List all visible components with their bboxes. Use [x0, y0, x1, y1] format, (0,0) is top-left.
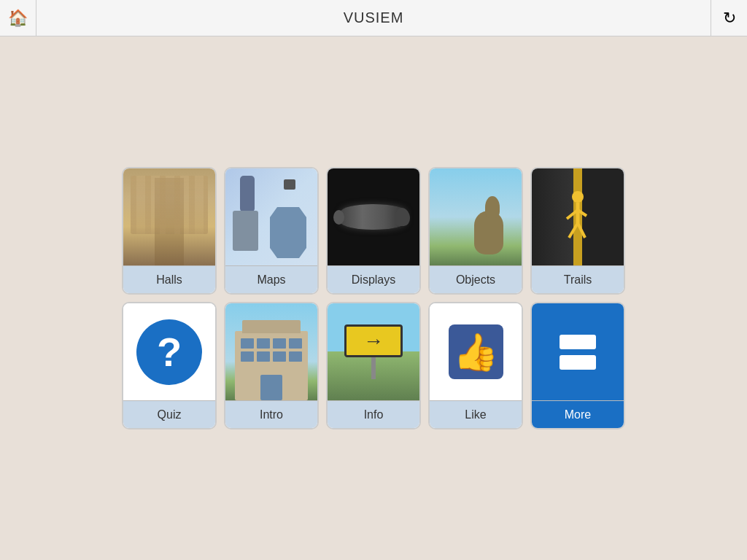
trails-card[interactable]: Trails: [530, 167, 625, 295]
home-icon: 🏠: [8, 9, 28, 28]
more-rect-2: [560, 355, 596, 370]
maps-card[interactable]: Maps: [224, 167, 319, 295]
more-card[interactable]: More: [530, 302, 625, 429]
info-label: Info: [328, 400, 419, 428]
grid-row-1: Halls Maps Displays: [122, 167, 625, 295]
building-icon: [235, 331, 308, 400]
more-rect-1: [560, 335, 596, 349]
halls-card[interactable]: Halls: [122, 167, 217, 295]
grid-row-2: ? Quiz: [122, 302, 625, 429]
home-button[interactable]: 🏠: [0, 0, 36, 36]
info-image: →: [328, 303, 419, 400]
dinosaur-icon: [467, 196, 511, 254]
more-image: [532, 303, 624, 400]
halls-label: Halls: [123, 265, 215, 293]
objects-image: [430, 168, 522, 265]
svg-point-0: [572, 191, 584, 203]
more-label: More: [532, 400, 624, 428]
displays-card[interactable]: Displays: [326, 167, 421, 295]
objects-label: Objects: [430, 265, 522, 293]
building-window: [241, 351, 254, 362]
quiz-card[interactable]: ? Quiz: [122, 302, 217, 429]
intro-label: Intro: [225, 400, 317, 428]
thumbs-up-icon: 👍: [449, 324, 503, 379]
building-window: [257, 338, 270, 349]
maps-sign-icon: [284, 179, 295, 190]
svg-line-4: [569, 223, 578, 238]
building-window: [289, 351, 302, 362]
building-window: [289, 338, 302, 349]
building-window: [273, 338, 286, 349]
main-content: Halls Maps Displays: [0, 36, 747, 560]
like-image: 👍: [430, 303, 522, 400]
trails-image: [532, 168, 624, 265]
info-card[interactable]: → Info: [326, 302, 421, 429]
thumbs-up-symbol: 👍: [453, 334, 498, 370]
refresh-icon: ↻: [723, 9, 736, 28]
halls-image: [123, 168, 215, 265]
info-sign-icon: →: [344, 324, 403, 379]
header: 🏠 VUSIEM ↻: [0, 0, 747, 36]
quiz-label: Quiz: [123, 400, 215, 428]
fossil-icon: [341, 204, 406, 230]
building-window: [241, 338, 254, 349]
building-windows: [241, 338, 302, 362]
intro-card[interactable]: Intro: [224, 302, 319, 429]
arrow-icon: →: [363, 330, 384, 353]
intro-image: [225, 303, 317, 400]
displays-image: [328, 168, 419, 265]
hiking-icon: [556, 188, 600, 246]
maps-figure-icon: [240, 176, 255, 212]
refresh-button[interactable]: ↻: [711, 0, 747, 36]
sign-pole-icon: [371, 357, 376, 379]
building-window: [273, 351, 286, 362]
like-card[interactable]: 👍 Like: [428, 302, 523, 429]
quiz-image: ?: [123, 303, 215, 400]
displays-label: Displays: [328, 265, 419, 293]
objects-card[interactable]: Objects: [428, 167, 523, 295]
question-mark-icon: ?: [136, 319, 202, 385]
maps-image: [225, 168, 317, 265]
building-window: [257, 351, 270, 362]
svg-line-5: [578, 223, 585, 238]
app-title: VUSIEM: [36, 9, 711, 26]
maps-label: Maps: [225, 265, 317, 293]
info-sign-board: →: [344, 324, 403, 357]
trails-label: Trails: [532, 265, 624, 293]
like-label: Like: [430, 400, 522, 428]
